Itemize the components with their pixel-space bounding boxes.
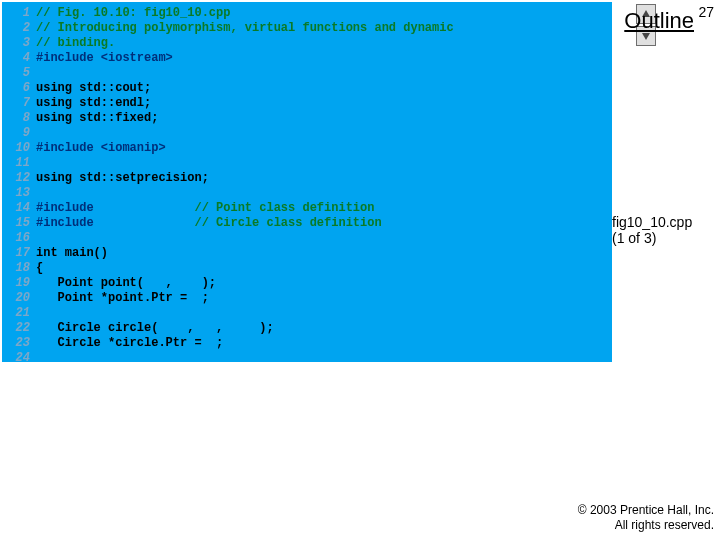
- line-number: 18: [2, 261, 36, 276]
- line-number: 12: [2, 171, 36, 186]
- code-line: 10#include <iomanip>: [2, 141, 612, 156]
- code-text: Circle *circle.Ptr = ;: [36, 336, 612, 351]
- code-text: Point point( , );: [36, 276, 612, 291]
- code-text: using std::endl;: [36, 96, 612, 111]
- code-line: 6using std::cout;: [2, 81, 612, 96]
- code-text: Point *point.Ptr = ;: [36, 291, 612, 306]
- code-line: 17int main(): [2, 246, 612, 261]
- code-line: 20 Point *point.Ptr = ;: [2, 291, 612, 306]
- line-number: 1: [2, 6, 36, 21]
- code-line: 21: [2, 306, 612, 321]
- copyright-line1: © 2003 Prentice Hall, Inc.: [578, 503, 714, 517]
- code-line: 16: [2, 231, 612, 246]
- code-line: 2// Introducing polymorphism, virtual fu…: [2, 21, 612, 36]
- code-text: [36, 66, 612, 81]
- line-number: 5: [2, 66, 36, 81]
- code-line: 8using std::fixed;: [2, 111, 612, 126]
- code-line: 11: [2, 156, 612, 171]
- caption-part: (1 of 3): [612, 230, 656, 246]
- copyright: © 2003 Prentice Hall, Inc. All rights re…: [578, 503, 714, 534]
- line-number: 17: [2, 246, 36, 261]
- code-text: {: [36, 261, 612, 276]
- line-number: 8: [2, 111, 36, 126]
- line-number: 21: [2, 306, 36, 321]
- code-line: 13: [2, 186, 612, 201]
- code-line: 14#include // Point class definition: [2, 201, 612, 216]
- code-line: 22 Circle circle( , , );: [2, 321, 612, 336]
- svg-marker-1: [642, 33, 650, 40]
- code-text: #include // Point class definition: [36, 201, 612, 216]
- line-number: 9: [2, 126, 36, 141]
- code-text: [36, 306, 612, 321]
- code-line: 24: [2, 351, 612, 366]
- code-text: // Fig. 10.10: fig10_10.cpp: [36, 6, 612, 21]
- code-line: 23 Circle *circle.Ptr = ;: [2, 336, 612, 351]
- code-text: [36, 351, 612, 366]
- line-number: 7: [2, 96, 36, 111]
- code-text: int main(): [36, 246, 612, 261]
- code-line: 19 Point point( , );: [2, 276, 612, 291]
- code-text: #include // Circle class definition: [36, 216, 612, 231]
- code-text: using std::cout;: [36, 81, 612, 96]
- code-text: [36, 186, 612, 201]
- line-number: 15: [2, 216, 36, 231]
- caption-filename: fig10_10.cpp: [612, 214, 692, 230]
- code-text: [36, 156, 612, 171]
- line-number: 23: [2, 336, 36, 351]
- code-text: #include <iomanip>: [36, 141, 612, 156]
- code-text: using std::fixed;: [36, 111, 612, 126]
- line-number: 3: [2, 36, 36, 51]
- line-number: 20: [2, 291, 36, 306]
- code-line: 18{: [2, 261, 612, 276]
- line-number: 19: [2, 276, 36, 291]
- code-pane: 1// Fig. 10.10: fig10_10.cpp2// Introduc…: [2, 2, 612, 362]
- line-number: 14: [2, 201, 36, 216]
- outline-heading: Outline: [624, 8, 694, 34]
- line-number: 24: [2, 351, 36, 366]
- code-text: [36, 126, 612, 141]
- line-number: 10: [2, 141, 36, 156]
- line-number: 2: [2, 21, 36, 36]
- line-number: 16: [2, 231, 36, 246]
- code-text: // Introducing polymorphism, virtual fun…: [36, 21, 612, 36]
- line-number: 13: [2, 186, 36, 201]
- code-line: 1// Fig. 10.10: fig10_10.cpp: [2, 6, 612, 21]
- code-line: 7using std::endl;: [2, 96, 612, 111]
- line-number: 11: [2, 156, 36, 171]
- line-number: 22: [2, 321, 36, 336]
- page-number: 27: [698, 4, 714, 20]
- code-line: 4#include <iostream>: [2, 51, 612, 66]
- code-line: 15#include // Circle class definition: [2, 216, 612, 231]
- code-text: using std::setprecision;: [36, 171, 612, 186]
- slide-root: 27 Outline 1// Fig. 10.10: fig10_10.cpp2…: [0, 0, 720, 540]
- code-line: 3// binding.: [2, 36, 612, 51]
- code-line: 5: [2, 66, 612, 81]
- code-text: // binding.: [36, 36, 612, 51]
- figure-caption: fig10_10.cpp (1 of 3): [612, 214, 712, 246]
- code-text: #include <iostream>: [36, 51, 612, 66]
- code-line: 12using std::setprecision;: [2, 171, 612, 186]
- line-number: 4: [2, 51, 36, 66]
- copyright-line2: All rights reserved.: [615, 518, 714, 532]
- code-text: Circle circle( , , );: [36, 321, 612, 336]
- code-line: 9: [2, 126, 612, 141]
- code-text: [36, 231, 612, 246]
- line-number: 6: [2, 81, 36, 96]
